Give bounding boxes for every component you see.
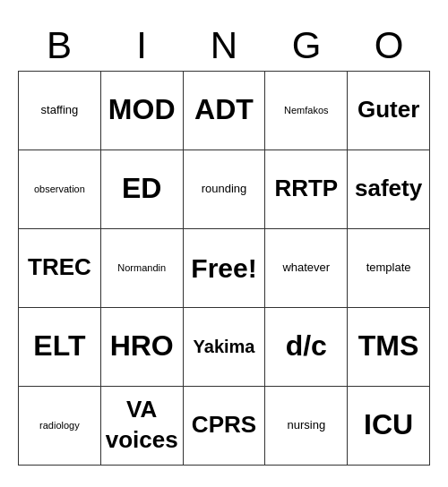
cell-r0-c4: Guter — [348, 72, 430, 150]
cell-text: staffing — [41, 103, 79, 118]
header-i: I — [100, 21, 183, 70]
cell-text: Normandin — [117, 261, 166, 274]
cell-text: d/c — [286, 328, 327, 365]
cell-r0-c3: Nemfakos — [265, 72, 348, 150]
cell-r2-c4: template — [348, 229, 430, 308]
bingo-card: B I N G O staffingMODADTNemfakosGuterobs… — [18, 21, 430, 465]
cell-r1-c4: safety — [348, 150, 430, 229]
cell-text: VA voices — [106, 395, 178, 456]
cell-r1-c2: rounding — [184, 150, 266, 229]
cell-r2-c0: TREC — [19, 229, 101, 308]
cell-r0-c1: MOD — [101, 72, 184, 150]
cell-r2-c1: Normandin — [101, 229, 184, 308]
bingo-header: B I N G O — [18, 21, 430, 70]
cell-text: radiology — [39, 419, 80, 431]
cell-text: Nemfakos — [284, 104, 329, 116]
cell-r4-c1: VA voices — [101, 387, 184, 466]
header-b: B — [18, 21, 100, 70]
cell-r4-c2: CPRS — [184, 387, 266, 466]
cell-r2-c3: whatever — [265, 229, 348, 308]
cell-r4-c0: radiology — [19, 387, 101, 466]
cell-r1-c1: ED — [101, 150, 184, 229]
cell-text: observation — [34, 183, 85, 195]
cell-r1-c3: RRTP — [265, 150, 348, 229]
cell-text: Guter — [358, 95, 419, 125]
cell-text: ADT — [194, 91, 254, 129]
header-n: N — [183, 21, 265, 70]
cell-text: safety — [355, 174, 422, 204]
cell-r3-c3: d/c — [265, 308, 348, 387]
cell-r3-c4: TMS — [348, 308, 430, 387]
cell-r4-c3: nursing — [265, 387, 348, 466]
cell-r3-c1: HRO — [101, 308, 184, 387]
cell-text: template — [366, 261, 411, 276]
cell-text: TREC — [28, 252, 91, 283]
cell-text: whatever — [282, 261, 330, 276]
cell-text: HRO — [110, 328, 174, 365]
cell-r0-c2: ADT — [184, 72, 266, 150]
cell-r2-c2: Free! — [184, 229, 266, 308]
header-g: G — [265, 21, 348, 70]
cell-text: ICU — [364, 406, 413, 444]
cell-text: Free! — [191, 251, 256, 286]
cell-r3-c0: ELT — [19, 308, 101, 387]
cell-text: TMS — [358, 328, 419, 365]
cell-text: MOD — [108, 91, 176, 129]
cell-text: RRTP — [274, 174, 338, 204]
cell-r3-c2: Yakima — [184, 308, 266, 387]
cell-text: nursing — [287, 418, 325, 433]
cell-text: CPRS — [192, 410, 256, 440]
cell-r1-c0: observation — [19, 150, 101, 229]
cell-r4-c4: ICU — [348, 387, 430, 466]
cell-text: Yakima — [194, 335, 255, 358]
cell-r0-c0: staffing — [19, 72, 101, 150]
header-o: O — [348, 21, 430, 70]
cell-text: ELT — [33, 328, 85, 365]
cell-text: rounding — [202, 182, 247, 197]
bingo-grid: staffingMODADTNemfakosGuterobservationED… — [18, 71, 430, 466]
cell-text: ED — [122, 170, 161, 208]
